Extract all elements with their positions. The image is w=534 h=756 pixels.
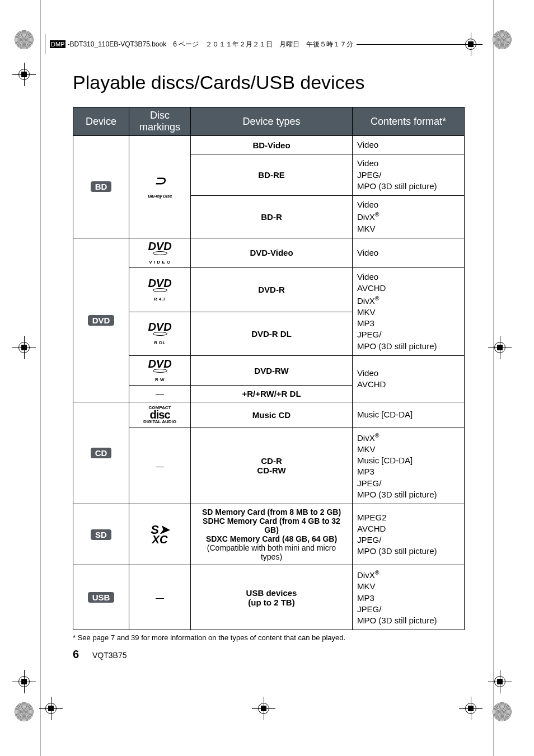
type-dvd-rw: DVD-RW xyxy=(191,355,353,385)
page-number: 6 xyxy=(73,648,79,660)
source-file-header: DMP-BDT310_110EB-VQT3B75.book 6 ページ ２０１１… xyxy=(45,37,461,51)
page-title: Playable discs/Cards/USB devices xyxy=(73,72,465,93)
th-types: Device types xyxy=(191,107,353,136)
compact-disc-logo-icon: COMPACTdiscDIGITAL AUDIO xyxy=(134,406,186,424)
type-cd-r-rw: CD-RCD-RW xyxy=(191,428,353,504)
usb-marking: — xyxy=(129,565,191,630)
fmt-cd-r: DivX® MKV Music [CD-DA] MP3 JPEG/ MPO (3… xyxy=(353,428,465,504)
type-dvd-r-dl: DVD-R DL xyxy=(191,312,353,355)
th-device: Device xyxy=(73,107,129,136)
header-text: -BDT310_110EB-VQT3B75.book 6 ページ ２０１１年２月… xyxy=(67,40,353,48)
th-format: Contents format* xyxy=(353,107,465,136)
footnote: * See page 7 and 39 for more information… xyxy=(73,633,465,642)
fmt-bd-re: Video JPEG/ MPO (3D still picture) xyxy=(353,154,465,196)
dvd-rdl-logo-icon: DVDR DL xyxy=(134,322,186,345)
doc-code: VQT3B75 xyxy=(92,651,127,660)
type-sd: SD Memory Card (from 8 MB to 2 GB) SDHC … xyxy=(191,504,353,565)
fmt-bd-video: Video xyxy=(353,136,465,154)
cd-tag: CD xyxy=(91,448,112,458)
fmt-usb: DivX® MKV MP3 JPEG/ MPO (3D still pictur… xyxy=(353,565,465,630)
type-music-cd: Music CD xyxy=(191,402,353,428)
dvd-r-logo-icon: DVDR 4.7 xyxy=(134,279,186,301)
dvd-video-logo-icon: DVDV I D E O xyxy=(134,242,186,264)
bd-tag: BD xyxy=(91,181,112,192)
type-dvd-video: DVD-Video xyxy=(191,238,353,267)
type-plusr: +R/+RW/+R DL xyxy=(191,386,353,402)
header-inverse: DMP xyxy=(50,40,65,48)
dvd-rw-logo-icon: DVDR W xyxy=(134,359,186,382)
cdr-marking: — xyxy=(129,428,191,504)
bluray-logo-icon: ⊃Blu-ray Disc xyxy=(134,175,186,199)
type-bd-re: BD-RE xyxy=(191,154,353,196)
type-usb: USB devices(up to 2 TB) xyxy=(191,565,353,630)
th-markings: Disc markings xyxy=(129,107,191,136)
fmt-dvd-r-rdl: Video AVCHD DivX® MKV MP3 JPEG/ MPO (3D … xyxy=(353,268,465,356)
page-footer: 6 VQT3B75 xyxy=(73,648,127,661)
fmt-sd: MPEG2 AVCHD JPEG/ MPO (3D still picture) xyxy=(353,504,465,565)
usb-tag: USB xyxy=(88,592,115,603)
playable-devices-table: Device Disc markings Device types Conten… xyxy=(73,107,465,630)
sd-tag: SD xyxy=(91,529,111,540)
dvd-tag: DVD xyxy=(88,315,115,326)
fmt-bd-r: Video DivX® MKV xyxy=(353,196,465,238)
fmt-music-cd: Music [CD-DA] xyxy=(353,402,465,428)
fmt-dvd-video: Video xyxy=(353,238,465,267)
type-dvd-r: DVD-R xyxy=(191,268,353,312)
dvd-plusr-marking: — xyxy=(129,386,191,402)
sdxc-logo-icon: S➤XC xyxy=(134,525,186,544)
type-bd-video: BD-Video xyxy=(191,136,353,154)
fmt-dvd-rw-plusr: Video AVCHD xyxy=(353,355,465,402)
type-bd-r: BD-R xyxy=(191,196,353,238)
